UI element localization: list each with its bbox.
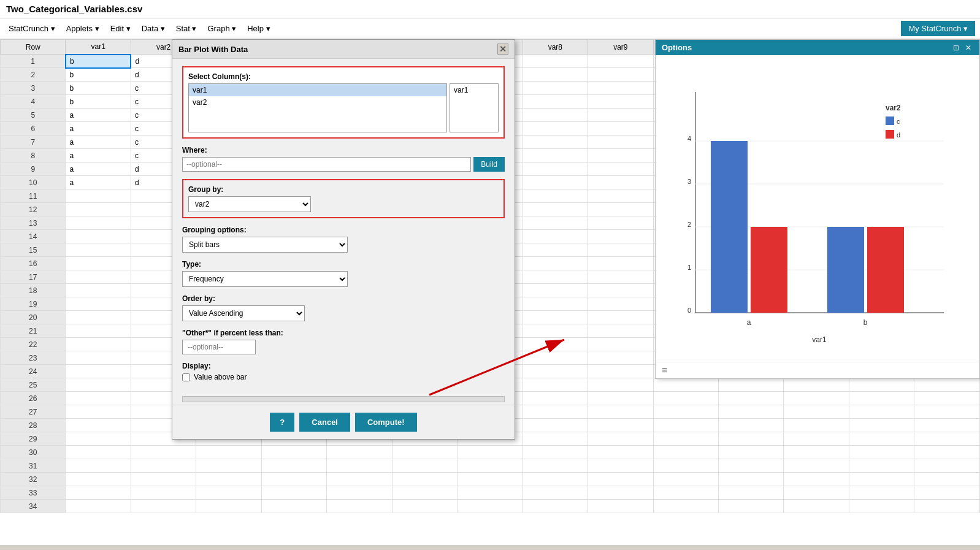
cell-r8-c9[interactable] — [588, 149, 653, 162]
cell-r34-c1[interactable] — [66, 500, 131, 513]
row-number[interactable]: 15 — [1, 243, 66, 257]
row-number[interactable]: 33 — [1, 486, 66, 500]
where-input[interactable] — [182, 157, 471, 172]
row-number[interactable]: 11 — [1, 189, 66, 203]
cell-r13-c9[interactable] — [588, 216, 653, 230]
col-list-item-var1[interactable]: var1 — [189, 84, 446, 96]
cell-r28-c11[interactable] — [718, 419, 783, 432]
cell-r31-c5[interactable] — [327, 459, 392, 473]
cell-r31-c11[interactable] — [718, 459, 783, 473]
cell-r33-c6[interactable] — [392, 486, 457, 500]
other-input[interactable] — [182, 340, 256, 354]
cell-r11-c1[interactable] — [66, 189, 131, 203]
cell-r14-c1[interactable] — [66, 230, 131, 243]
order-by-select[interactable]: Value Ascending — [182, 305, 305, 321]
menu-data[interactable]: Data ▾ — [138, 22, 169, 35]
cell-r5-c1[interactable]: a — [66, 109, 131, 122]
cell-r11-c9[interactable] — [588, 189, 653, 203]
cell-r19-c8[interactable] — [523, 297, 588, 311]
cell-r10-c8[interactable] — [523, 176, 588, 189]
row-number[interactable]: 34 — [1, 500, 66, 513]
row-number[interactable]: 10 — [1, 176, 66, 189]
cell-r33-c14[interactable] — [914, 486, 980, 500]
cell-r34-c3[interactable] — [196, 500, 261, 513]
cell-r12-c8[interactable] — [523, 203, 588, 216]
value-above-bar-checkbox[interactable] — [182, 373, 190, 381]
cell-r31-c2[interactable] — [131, 459, 196, 473]
cell-r21-c9[interactable] — [588, 324, 653, 338]
cell-r22-c1[interactable] — [66, 338, 131, 351]
cell-r13-c1[interactable] — [66, 216, 131, 230]
cell-r10-c1[interactable]: a — [66, 176, 131, 189]
cell-r20-c9[interactable] — [588, 311, 653, 324]
dialog-scrollbar[interactable] — [182, 396, 505, 402]
cell-r7-c9[interactable] — [588, 136, 653, 149]
cell-r27-c10[interactable] — [653, 405, 718, 419]
cell-r16-c1[interactable] — [66, 257, 131, 270]
cell-r29-c11[interactable] — [718, 432, 783, 446]
cell-r28-c14[interactable] — [914, 419, 980, 432]
cell-r16-c8[interactable] — [523, 257, 588, 270]
cell-r30-c10[interactable] — [653, 446, 718, 459]
cell-r34-c2[interactable] — [131, 500, 196, 513]
cell-r30-c1[interactable] — [66, 446, 131, 459]
cell-r27-c9[interactable] — [588, 405, 653, 419]
cell-r30-c7[interactable] — [457, 446, 523, 459]
row-number[interactable]: 3 — [1, 82, 66, 95]
cell-r25-c1[interactable] — [66, 378, 131, 392]
row-number[interactable]: 22 — [1, 338, 66, 351]
cell-r32-c9[interactable] — [588, 473, 653, 486]
cell-var1-selected[interactable]: b — [66, 55, 131, 68]
cell-r19-c1[interactable] — [66, 297, 131, 311]
cell-r33-c1[interactable] — [66, 486, 131, 500]
row-number[interactable]: 13 — [1, 216, 66, 230]
cell-r31-c6[interactable] — [392, 459, 457, 473]
cell-r12-c1[interactable] — [66, 203, 131, 216]
cell-r29-c14[interactable] — [914, 432, 980, 446]
row-number[interactable]: 2 — [1, 68, 66, 82]
group-by-select[interactable]: var2 — [188, 196, 311, 212]
cell-r30-c12[interactable] — [784, 446, 849, 459]
cell-r27-c8[interactable] — [523, 405, 588, 419]
cell-r25-c9[interactable] — [588, 378, 653, 392]
row-number[interactable]: 24 — [1, 365, 66, 378]
chart-menu-icon[interactable]: ≡ — [662, 365, 667, 376]
row-number[interactable]: 19 — [1, 297, 66, 311]
cell-r24-c1[interactable] — [66, 365, 131, 378]
cell-r32-c3[interactable] — [196, 473, 261, 486]
cell-r30-c9[interactable] — [588, 446, 653, 459]
cell-r2-c9[interactable] — [588, 68, 653, 82]
cell-r33-c5[interactable] — [327, 486, 392, 500]
cell-r15-c9[interactable] — [588, 243, 653, 257]
row-number[interactable]: 31 — [1, 459, 66, 473]
row-number[interactable]: 30 — [1, 446, 66, 459]
cell-r32-c10[interactable] — [653, 473, 718, 486]
cell-r30-c5[interactable] — [327, 446, 392, 459]
cell-r18-c1[interactable] — [66, 284, 131, 297]
cell-r27-c1[interactable] — [66, 405, 131, 419]
cell-r26-c11[interactable] — [718, 392, 783, 405]
type-select[interactable]: Frequency — [182, 271, 348, 287]
cell-r5-c8[interactable] — [523, 109, 588, 122]
cell-r28-c10[interactable] — [653, 419, 718, 432]
cell-r31-c1[interactable] — [66, 459, 131, 473]
row-number[interactable]: 23 — [1, 351, 66, 365]
cell-r33-c10[interactable] — [653, 486, 718, 500]
cell-r33-c13[interactable] — [849, 486, 914, 500]
cell-r32-c13[interactable] — [849, 473, 914, 486]
cell-r27-c14[interactable] — [914, 405, 980, 419]
chart-panel-close-button[interactable]: ✕ — [963, 44, 973, 52]
cell-r25-c14[interactable] — [914, 378, 980, 392]
cell-r25-c8[interactable] — [523, 378, 588, 392]
row-number[interactable]: 1 — [1, 55, 66, 68]
dialog-close-button[interactable]: ✕ — [497, 44, 508, 55]
cell-r23-c1[interactable] — [66, 351, 131, 365]
cell-r28-c8[interactable] — [523, 419, 588, 432]
row-number[interactable]: 25 — [1, 378, 66, 392]
grouping-options-select[interactable]: Split bars — [182, 237, 348, 253]
cell-r8-c1[interactable]: a — [66, 149, 131, 162]
cell-r3-c1[interactable]: b — [66, 82, 131, 95]
cell-r32-c2[interactable] — [131, 473, 196, 486]
row-number[interactable]: 27 — [1, 405, 66, 419]
cell-r34-c13[interactable] — [849, 500, 914, 513]
